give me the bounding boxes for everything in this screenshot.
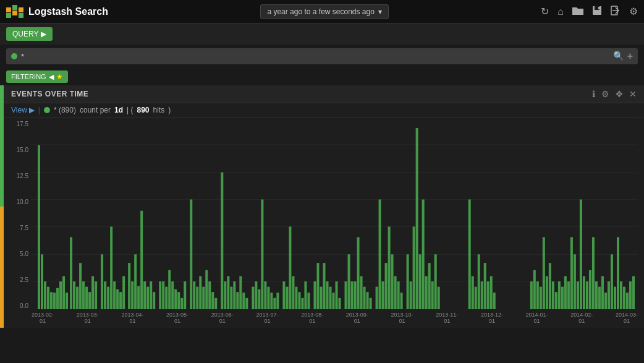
svg-rect-5 <box>19 13 23 18</box>
svg-rect-121 <box>385 263 388 309</box>
svg-rect-152 <box>546 276 548 309</box>
svg-rect-72 <box>214 298 217 309</box>
svg-rect-87 <box>267 287 269 309</box>
svg-rect-67 <box>199 276 201 309</box>
svg-rect-151 <box>543 237 545 309</box>
svg-rect-83 <box>255 281 257 309</box>
svg-rect-75 <box>227 276 229 309</box>
close-icon[interactable]: ✕ <box>629 89 637 99</box>
svg-rect-56 <box>162 281 164 309</box>
y-label-150: 15.0 <box>17 147 28 153</box>
refresh-icon[interactable]: ↻ <box>541 6 549 17</box>
move-icon[interactable]: ✥ <box>616 89 623 99</box>
svg-rect-68 <box>202 287 205 309</box>
svg-rect-23 <box>50 292 53 309</box>
svg-rect-133 <box>425 276 428 309</box>
x-axis: 2013-02-01 2013-03-01 2013-04-01 2013-05… <box>32 309 638 328</box>
svg-rect-1 <box>6 13 11 18</box>
svg-rect-108 <box>339 298 341 309</box>
svg-rect-97 <box>301 298 303 309</box>
svg-rect-0 <box>6 7 11 12</box>
svg-rect-20 <box>41 254 43 309</box>
svg-rect-154 <box>552 281 554 309</box>
svg-rect-82 <box>252 287 254 309</box>
svg-rect-19 <box>38 145 40 309</box>
home-icon[interactable]: ⌂ <box>557 6 564 17</box>
svg-rect-115 <box>363 287 366 309</box>
chart-hits-label: hits <box>153 106 165 114</box>
svg-rect-110 <box>348 254 350 309</box>
svg-rect-43 <box>116 289 119 309</box>
svg-rect-58 <box>168 270 171 309</box>
svg-rect-172 <box>608 281 610 309</box>
svg-rect-70 <box>208 281 211 309</box>
share-icon[interactable] <box>611 6 621 18</box>
svg-rect-167 <box>592 237 595 309</box>
chart-count-per: count per <box>80 106 111 114</box>
view-button[interactable]: View ▶ <box>11 106 35 114</box>
chart-area: 17.5 15.0 12.5 10.0 7.5 5.0 2.5 0.0 <box>4 117 644 328</box>
svg-rect-161 <box>574 254 576 309</box>
add-filter-icon[interactable]: + <box>627 51 633 62</box>
time-range-button[interactable]: a year ago to a few seconds ago ▾ <box>260 4 388 19</box>
svg-rect-157 <box>561 287 564 309</box>
settings-icon[interactable]: ⚙ <box>629 6 638 17</box>
chart-header-icons: ℹ ⚙ ✥ ✕ <box>592 89 637 99</box>
svg-rect-65 <box>193 281 195 309</box>
svg-rect-140 <box>475 287 477 309</box>
svg-rect-112 <box>354 281 357 309</box>
logo-icon <box>6 5 23 19</box>
svg-rect-156 <box>558 281 561 309</box>
search-input[interactable] <box>21 52 609 61</box>
svg-rect-32 <box>79 263 82 309</box>
time-range-label: a year ago to a few seconds ago <box>267 7 374 16</box>
svg-rect-4 <box>19 7 23 12</box>
svg-rect-31 <box>76 287 78 309</box>
chart-query-label: * (890) <box>54 106 76 114</box>
svg-rect-28 <box>66 293 68 309</box>
svg-rect-143 <box>484 263 486 309</box>
svg-rect-164 <box>583 276 585 309</box>
info-icon[interactable]: ℹ <box>592 89 595 99</box>
save-icon[interactable] <box>592 6 602 18</box>
chart-settings-icon[interactable]: ⚙ <box>601 89 609 99</box>
svg-rect-88 <box>270 293 273 309</box>
y-label-25: 2.5 <box>20 276 28 283</box>
svg-rect-34 <box>85 287 88 309</box>
svg-rect-176 <box>620 281 622 309</box>
folder-icon[interactable] <box>572 6 583 17</box>
svg-rect-53 <box>150 281 152 309</box>
x-label-2013-04: 2013-04-01 <box>121 312 143 324</box>
svg-rect-132 <box>422 200 425 309</box>
y-label-00: 0.0 <box>20 302 28 309</box>
svg-rect-134 <box>428 263 431 309</box>
query-button[interactable]: QUERY ▶ <box>6 27 53 41</box>
chart-paren-close: ) <box>168 106 171 114</box>
svg-rect-51 <box>143 281 146 309</box>
search-icon[interactable]: 🔍 <box>613 51 624 62</box>
svg-rect-92 <box>286 287 288 309</box>
svg-rect-139 <box>472 276 474 309</box>
filtering-button[interactable]: FILTERING ◀ ★ <box>6 70 68 83</box>
header: Logstash Search a year ago to a few seco… <box>0 0 644 23</box>
svg-rect-2 <box>12 5 17 10</box>
svg-rect-153 <box>549 263 551 309</box>
chart-hits: 890 <box>137 106 149 114</box>
svg-rect-102 <box>320 287 322 309</box>
svg-rect-60 <box>174 289 177 309</box>
svg-rect-46 <box>128 263 130 309</box>
query-label: QUERY <box>12 30 38 38</box>
svg-rect-111 <box>351 281 354 309</box>
svg-rect-160 <box>570 237 573 309</box>
svg-rect-38 <box>101 254 103 309</box>
svg-rect-124 <box>394 276 397 309</box>
x-label-2014-02: 2014-02-01 <box>570 312 593 324</box>
svg-rect-131 <box>419 254 422 309</box>
x-label-2013-02: 2013-02-01 <box>32 312 54 324</box>
svg-rect-52 <box>146 287 149 309</box>
svg-rect-62 <box>180 298 183 309</box>
y-label-50: 5.0 <box>20 250 28 257</box>
svg-rect-138 <box>468 200 471 309</box>
svg-rect-63 <box>184 281 186 309</box>
svg-rect-89 <box>273 298 276 309</box>
